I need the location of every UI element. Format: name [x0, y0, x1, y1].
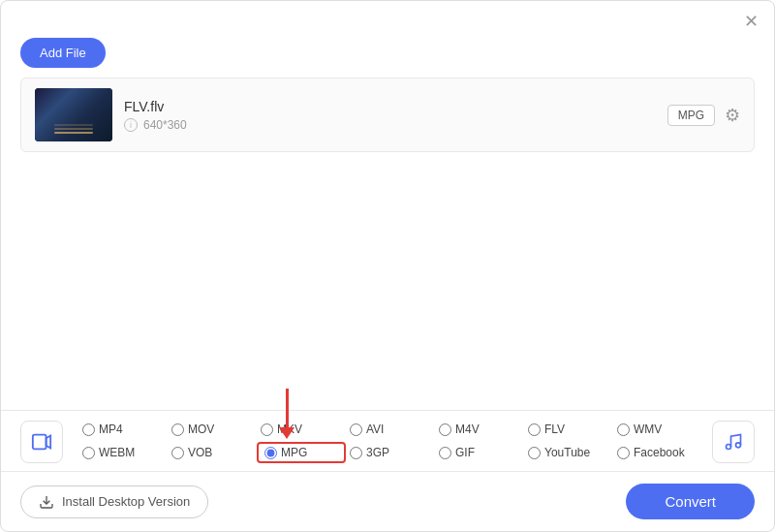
- format-label-youtube: YouTube: [544, 446, 590, 459]
- convert-button[interactable]: Convert: [626, 484, 755, 519]
- format-option-mp4[interactable]: MP4: [78, 421, 168, 438]
- format-label-webm: WEBM: [99, 446, 135, 459]
- format-option-youtube[interactable]: YouTube: [524, 442, 613, 463]
- format-radio-mpg[interactable]: [264, 447, 277, 459]
- video-format-icon[interactable]: [20, 421, 63, 463]
- thumbnail-image: [35, 88, 112, 141]
- format-radio-mp4[interactable]: [82, 423, 95, 436]
- format-option-mov[interactable]: MOV: [168, 421, 257, 438]
- svg-rect-0: [33, 435, 46, 450]
- format-label-flv: FLV: [544, 422, 565, 436]
- format-radio-webm[interactable]: [82, 447, 95, 459]
- format-option-webm[interactable]: WEBM: [78, 442, 168, 463]
- format-label-facebook: Facebook: [634, 446, 685, 459]
- format-radio-m4v[interactable]: [439, 423, 451, 436]
- format-option-m4v[interactable]: M4V: [435, 421, 524, 438]
- format-label-gif: GIF: [455, 446, 475, 459]
- footer: Install Desktop Version Convert: [1, 472, 774, 531]
- format-radio-facebook[interactable]: [617, 447, 630, 459]
- close-button[interactable]: ✕: [742, 11, 760, 32]
- format-radio-wmv[interactable]: [617, 423, 630, 436]
- format-option-mpg[interactable]: MPG: [257, 442, 346, 463]
- format-radio-mov[interactable]: [171, 423, 184, 436]
- file-item: FLV.flv i 640*360 MPG ⚙: [21, 78, 754, 151]
- main-window: ✕ Add File FLV.flv i 640*360 MPG ⚙: [0, 0, 775, 532]
- format-option-flv[interactable]: FLV: [524, 421, 613, 438]
- audio-format-icon[interactable]: [712, 421, 755, 463]
- format-option-facebook[interactable]: Facebook: [613, 442, 702, 463]
- format-label-m4v: M4V: [455, 422, 480, 436]
- format-option-mkv[interactable]: MKV: [257, 421, 346, 438]
- file-dimensions: 640*360: [143, 118, 187, 132]
- add-file-button[interactable]: Add File: [20, 38, 106, 68]
- format-label-mp4: MP4: [99, 422, 123, 436]
- file-info: FLV.flv i 640*360: [124, 99, 656, 132]
- format-label-mkv: MKV: [277, 422, 302, 436]
- file-meta: i 640*360: [124, 118, 656, 132]
- format-radio-vob[interactable]: [171, 447, 184, 459]
- format-selector: MP4 MOV MKV AVI M4V: [1, 411, 774, 472]
- format-radio-flv[interactable]: [528, 423, 541, 436]
- info-icon: i: [124, 118, 138, 132]
- format-grid: MP4 MOV MKV AVI M4V: [78, 421, 702, 463]
- format-option-wmv[interactable]: WMV: [613, 421, 702, 438]
- settings-icon[interactable]: ⚙: [725, 105, 740, 126]
- format-badge[interactable]: MPG: [667, 105, 715, 126]
- install-label: Install Desktop Version: [62, 494, 190, 509]
- format-radio-avi[interactable]: [350, 423, 362, 436]
- format-radio-youtube[interactable]: [528, 447, 541, 459]
- format-label-mpg: MPG: [281, 446, 307, 459]
- format-label-3gp: 3GP: [366, 446, 389, 459]
- svg-point-2: [736, 443, 741, 448]
- format-label-wmv: WMV: [634, 422, 662, 436]
- content-area: [1, 152, 774, 410]
- file-name: FLV.flv: [124, 99, 656, 114]
- format-option-avi[interactable]: AVI: [346, 421, 435, 438]
- bottom-panel: MP4 MOV MKV AVI M4V: [1, 410, 774, 531]
- file-actions: MPG ⚙: [667, 105, 740, 126]
- format-option-vob[interactable]: VOB: [168, 442, 257, 463]
- file-thumbnail: [35, 88, 112, 141]
- format-radio-mkv[interactable]: [261, 423, 273, 436]
- install-desktop-button[interactable]: Install Desktop Version: [20, 485, 208, 518]
- svg-point-1: [727, 445, 731, 450]
- format-radio-3gp[interactable]: [350, 447, 362, 459]
- format-label-vob: VOB: [188, 446, 212, 459]
- format-option-3gp[interactable]: 3GP: [346, 442, 435, 463]
- format-label-mov: MOV: [188, 422, 214, 436]
- title-bar: ✕: [1, 1, 774, 32]
- file-list: FLV.flv i 640*360 MPG ⚙: [20, 78, 755, 152]
- format-option-gif[interactable]: GIF: [435, 442, 524, 463]
- format-label-avi: AVI: [366, 422, 384, 436]
- toolbar: Add File: [1, 32, 774, 78]
- format-radio-gif[interactable]: [439, 447, 451, 459]
- download-icon: [39, 494, 54, 510]
